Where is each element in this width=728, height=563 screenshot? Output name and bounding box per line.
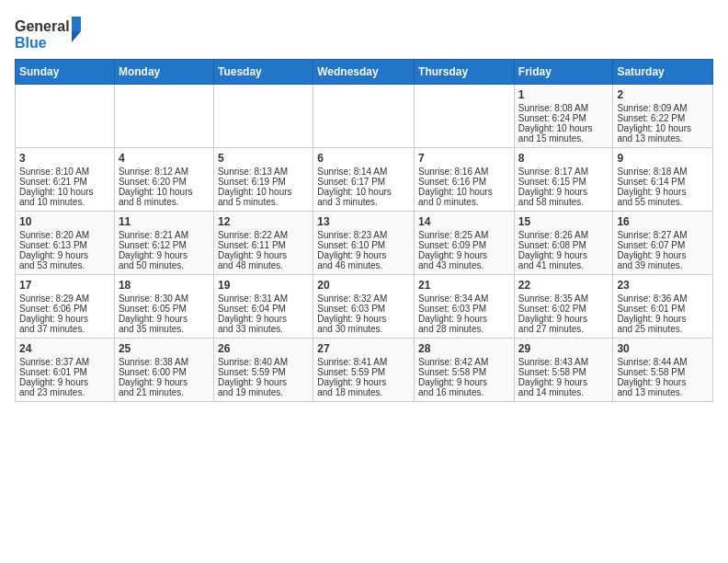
daylight-hours: Daylight: 10 hours: [19, 187, 110, 197]
svg-text:Blue: Blue: [15, 35, 47, 51]
day-cell: 13Sunrise: 8:23 AMSunset: 6:10 PMDayligh…: [313, 212, 415, 275]
header-cell-friday: Friday: [514, 60, 613, 85]
day-cell: 23Sunrise: 8:36 AMSunset: 6:01 PMDayligh…: [613, 275, 713, 339]
daylight-minutes: and 21 minutes.: [119, 387, 210, 397]
sun-info: Sunset: 6:11 PM: [218, 240, 309, 250]
daylight-minutes: and 53 minutes.: [19, 260, 110, 270]
sun-info: Sunrise: 8:12 AM: [119, 167, 210, 177]
day-number: 8: [518, 152, 609, 165]
week-row-2: 10Sunrise: 8:20 AMSunset: 6:13 PMDayligh…: [16, 212, 713, 275]
daylight-hours: Daylight: 10 hours: [617, 123, 709, 133]
sun-info: Sunset: 6:01 PM: [19, 367, 110, 377]
sun-info: Sunrise: 8:43 AM: [518, 357, 609, 367]
day-number: 29: [518, 342, 609, 355]
sun-info: Sunset: 6:20 PM: [119, 177, 210, 187]
daylight-hours: Daylight: 10 hours: [317, 187, 410, 197]
day-number: 9: [617, 152, 709, 165]
daylight-minutes: and 10 minutes.: [19, 197, 110, 207]
daylight-minutes: and 28 minutes.: [418, 324, 510, 334]
week-row-4: 24Sunrise: 8:37 AMSunset: 6:01 PMDayligh…: [16, 339, 713, 402]
day-cell: 12Sunrise: 8:22 AMSunset: 6:11 PMDayligh…: [213, 212, 313, 275]
daylight-hours: Daylight: 9 hours: [19, 314, 110, 324]
daylight-minutes: and 13 minutes.: [617, 133, 709, 144]
sun-info: Sunrise: 8:16 AM: [418, 167, 510, 177]
sun-info: Sunrise: 8:17 AM: [518, 167, 609, 177]
sun-info: Sunrise: 8:18 AM: [617, 167, 709, 177]
day-number: 16: [617, 215, 709, 228]
daylight-hours: Daylight: 9 hours: [418, 250, 510, 260]
day-cell: 6Sunrise: 8:14 AMSunset: 6:17 PMDaylight…: [313, 148, 415, 212]
sun-info: Sunset: 6:06 PM: [19, 304, 110, 314]
week-row-1: 3Sunrise: 8:10 AMSunset: 6:21 PMDaylight…: [16, 148, 713, 212]
day-number: 18: [119, 279, 210, 292]
sun-info: Sunset: 6:10 PM: [317, 240, 410, 250]
logo: GeneralBlue: [15, 15, 88, 52]
daylight-minutes: and 18 minutes.: [317, 387, 410, 397]
sun-info: Sunset: 6:19 PM: [218, 177, 309, 187]
daylight-minutes: and 27 minutes.: [518, 324, 609, 334]
svg-marker-2: [72, 17, 81, 31]
daylight-minutes: and 46 minutes.: [317, 260, 410, 270]
sun-info: Sunrise: 8:23 AM: [317, 230, 410, 240]
day-cell: 17Sunrise: 8:29 AMSunset: 6:06 PMDayligh…: [16, 275, 115, 339]
sun-info: Sunset: 6:16 PM: [418, 177, 510, 187]
daylight-minutes: and 33 minutes.: [218, 324, 309, 334]
sun-info: Sunset: 6:22 PM: [617, 113, 709, 123]
daylight-hours: Daylight: 9 hours: [418, 377, 510, 387]
day-number: 24: [19, 342, 110, 355]
sun-info: Sunset: 6:09 PM: [418, 240, 510, 250]
daylight-hours: Daylight: 9 hours: [119, 314, 210, 324]
day-cell: [213, 85, 313, 148]
daylight-hours: Daylight: 9 hours: [518, 314, 609, 324]
sun-info: Sunrise: 8:25 AM: [418, 230, 510, 240]
sun-info: Sunset: 5:58 PM: [418, 367, 510, 377]
week-row-0: 1Sunrise: 8:08 AMSunset: 6:24 PMDaylight…: [16, 85, 713, 148]
day-cell: [415, 85, 515, 148]
sun-info: Sunrise: 8:09 AM: [617, 103, 709, 113]
day-number: 6: [317, 152, 410, 165]
sun-info: Sunrise: 8:29 AM: [19, 293, 110, 304]
day-number: 17: [19, 279, 110, 292]
svg-marker-3: [72, 31, 81, 42]
sun-info: Sunset: 6:21 PM: [19, 177, 110, 187]
day-number: 25: [119, 342, 210, 355]
day-number: 21: [418, 279, 510, 292]
daylight-hours: Daylight: 9 hours: [19, 250, 110, 260]
day-cell: 5Sunrise: 8:13 AMSunset: 6:19 PMDaylight…: [213, 148, 313, 212]
sun-info: Sunrise: 8:26 AM: [518, 230, 609, 240]
sun-info: Sunset: 6:00 PM: [119, 367, 210, 377]
day-cell: 18Sunrise: 8:30 AMSunset: 6:05 PMDayligh…: [114, 275, 213, 339]
daylight-minutes: and 16 minutes.: [418, 387, 510, 397]
day-cell: 26Sunrise: 8:40 AMSunset: 5:59 PMDayligh…: [213, 339, 313, 402]
day-number: 3: [19, 152, 110, 165]
sun-info: Sunset: 6:13 PM: [19, 240, 110, 250]
header-cell-monday: Monday: [114, 60, 213, 85]
day-cell: [114, 85, 213, 148]
sun-info: Sunset: 6:12 PM: [119, 240, 210, 250]
day-number: 11: [119, 215, 210, 228]
daylight-minutes: and 25 minutes.: [617, 324, 709, 334]
daylight-hours: Daylight: 9 hours: [317, 377, 410, 387]
day-cell: 19Sunrise: 8:31 AMSunset: 6:04 PMDayligh…: [213, 275, 313, 339]
sun-info: Sunset: 5:59 PM: [218, 367, 309, 377]
day-number: 10: [19, 215, 110, 228]
sun-info: Sunset: 6:08 PM: [518, 240, 609, 250]
day-number: 19: [218, 279, 309, 292]
day-cell: 15Sunrise: 8:26 AMSunset: 6:08 PMDayligh…: [514, 212, 613, 275]
daylight-hours: Daylight: 9 hours: [317, 314, 410, 324]
daylight-hours: Daylight: 9 hours: [218, 250, 309, 260]
daylight-minutes: and 8 minutes.: [119, 197, 210, 207]
sun-info: Sunrise: 8:14 AM: [317, 167, 410, 177]
day-cell: 29Sunrise: 8:43 AMSunset: 5:58 PMDayligh…: [514, 339, 613, 402]
daylight-hours: Daylight: 10 hours: [518, 123, 609, 133]
sun-info: Sunrise: 8:30 AM: [119, 293, 210, 304]
day-cell: 16Sunrise: 8:27 AMSunset: 6:07 PMDayligh…: [613, 212, 713, 275]
day-cell: 11Sunrise: 8:21 AMSunset: 6:12 PMDayligh…: [114, 212, 213, 275]
sun-info: Sunrise: 8:08 AM: [518, 103, 609, 113]
day-number: 30: [617, 342, 709, 355]
day-cell: 2Sunrise: 8:09 AMSunset: 6:22 PMDaylight…: [613, 85, 713, 148]
sun-info: Sunrise: 8:27 AM: [617, 230, 709, 240]
day-cell: 20Sunrise: 8:32 AMSunset: 6:03 PMDayligh…: [313, 275, 415, 339]
sun-info: Sunrise: 8:40 AM: [218, 357, 309, 367]
calendar-table: SundayMondayTuesdayWednesdayThursdayFrid…: [15, 59, 713, 402]
